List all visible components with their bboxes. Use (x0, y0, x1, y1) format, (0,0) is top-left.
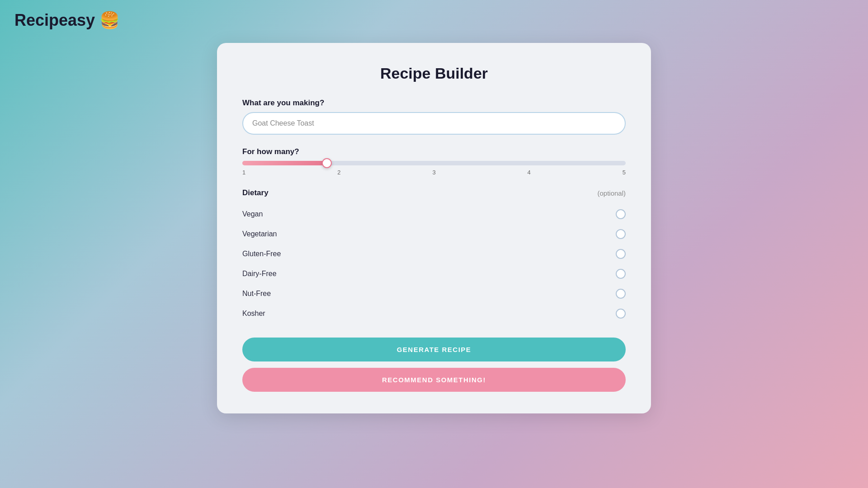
dietary-option-vegan-radio[interactable] (616, 209, 626, 219)
dietary-option-gluten-free-label: Gluten-Free (242, 250, 281, 258)
slider-label-4: 4 (528, 169, 531, 176)
slider-wrapper: 1 2 3 4 5 (242, 161, 626, 176)
dietary-option-dairy-free-label: Dairy-Free (242, 270, 277, 278)
dietary-option-gluten-free-radio[interactable] (616, 249, 626, 259)
dietary-row-vegan: Vegan (242, 205, 626, 224)
dietary-row-dairy-free: Dairy-Free (242, 264, 626, 283)
dietary-option-dairy-free-radio[interactable] (616, 269, 626, 279)
dietary-row-vegetarian: Vegetarian (242, 225, 626, 244)
what-making-label: What are you making? (242, 99, 626, 108)
dietary-option-kosher-radio[interactable] (616, 309, 626, 319)
slider-label-5: 5 (623, 169, 626, 176)
slider-label-2: 2 (337, 169, 340, 176)
dietary-option-vegan-label: Vegan (242, 210, 263, 218)
dietary-option-vegetarian-radio[interactable] (616, 229, 626, 239)
how-many-section: For how many? 1 2 3 4 5 (242, 147, 626, 176)
dietary-row-nut-free: Nut-Free (242, 284, 626, 303)
dietary-header: Dietary (optional) (242, 188, 626, 197)
slider-label-1: 1 (242, 169, 245, 176)
dietary-options: Vegan Vegetarian Gluten-Free Dairy-Free … (242, 205, 626, 323)
slider-labels: 1 2 3 4 5 (242, 169, 626, 176)
recipe-input[interactable] (242, 112, 626, 135)
slider-label-3: 3 (432, 169, 435, 176)
recipe-builder-card: Recipe Builder What are you making? For … (217, 43, 651, 413)
app-name-text: Recipeasy (14, 11, 95, 29)
dietary-option-nut-free-radio[interactable] (616, 289, 626, 299)
dietary-row-gluten-free: Gluten-Free (242, 244, 626, 263)
how-many-label: For how many? (242, 147, 626, 156)
app-emoji: 🍔 (99, 11, 120, 29)
dietary-option-vegetarian-label: Vegetarian (242, 230, 277, 238)
dietary-option-kosher-label: Kosher (242, 310, 265, 318)
optional-label: (optional) (597, 189, 626, 197)
dietary-row-kosher: Kosher (242, 304, 626, 323)
dietary-label: Dietary (242, 188, 269, 197)
app-title: Recipeasy 🍔 (14, 11, 120, 30)
card-title: Recipe Builder (242, 65, 626, 82)
generate-recipe-button[interactable]: GENERATE RECIPE (242, 338, 626, 361)
dietary-option-nut-free-label: Nut-Free (242, 290, 271, 298)
recommend-something-button[interactable]: RECOMMEND SOMETHING! (242, 368, 626, 392)
slider-track (242, 161, 626, 165)
